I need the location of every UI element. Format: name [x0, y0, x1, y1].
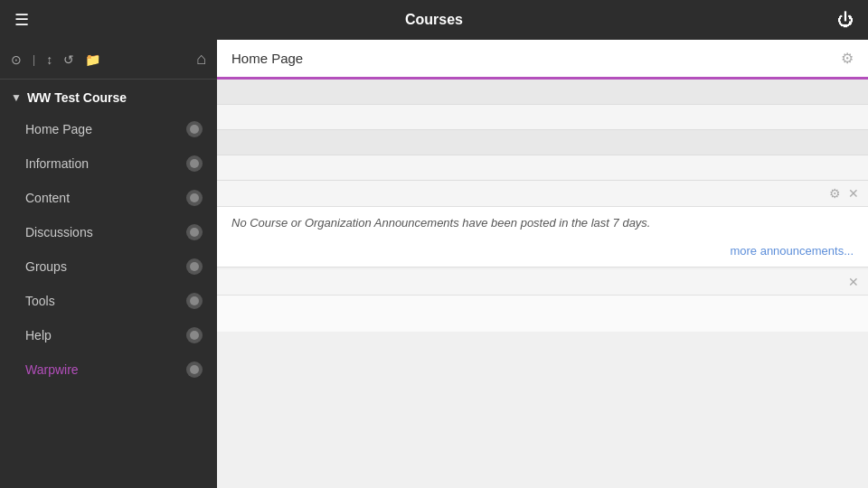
nav-circle	[186, 293, 203, 309]
bottom-widget-close-icon[interactable]: ✕	[848, 275, 859, 289]
sidebar-item-discussions[interactable]: Discussions	[0, 215, 217, 249]
nav-circle	[186, 361, 203, 378]
top-bar: ☰ Courses ⏻	[0, 0, 868, 40]
content-scroll: ⚙ ✕ No Course or Organization Announceme…	[217, 80, 868, 488]
sidebar-item-warpwire[interactable]: Warpwire	[0, 352, 217, 387]
nav-circle	[186, 258, 203, 275]
sidebar-item-tools[interactable]: Tools	[0, 284, 217, 318]
nav-circle	[186, 190, 203, 206]
course-title: WW Test Course	[27, 90, 127, 105]
content-header-title: Home Page	[231, 51, 303, 66]
more-announcements-link[interactable]: more announcements...	[730, 244, 854, 258]
widget-band-1	[217, 80, 868, 105]
sidebar-toolbar: ⊙ | ↕ ↺ 📁 ⌂	[0, 40, 217, 80]
nav-circle	[186, 224, 203, 240]
nav-circle	[186, 327, 203, 343]
widget-gear-icon[interactable]: ⚙	[829, 186, 841, 201]
content-header: Home Page ⚙	[217, 40, 868, 80]
sort-icon[interactable]: ↕	[46, 52, 52, 67]
announcements-message: No Course or Organization Announcements …	[231, 216, 650, 230]
sidebar-item-content[interactable]: Content	[0, 181, 217, 215]
power-icon[interactable]: ⏻	[837, 11, 854, 30]
main-container: ⊙ | ↕ ↺ 📁 ⌂ ▼ WW Test Course Home Page I…	[0, 40, 868, 488]
sidebar-item-homepage[interactable]: Home Page	[0, 112, 217, 146]
widget-close-icon[interactable]: ✕	[848, 186, 859, 201]
widget-band-4	[217, 155, 868, 181]
sidebar-item-label: Help	[25, 328, 52, 343]
sidebar-item-label: Groups	[25, 259, 67, 274]
widget-band-2	[217, 105, 868, 130]
sidebar-item-label: Content	[25, 191, 70, 205]
settings-icon[interactable]: ⚙	[841, 50, 854, 67]
folder-icon[interactable]: 📁	[85, 52, 100, 67]
page-title: Courses	[405, 12, 463, 28]
sidebar-item-help[interactable]: Help	[0, 318, 217, 352]
sidebar-item-label: Home Page	[25, 122, 92, 136]
announcements-widget: ⚙ ✕ No Course or Organization Announceme…	[217, 181, 868, 267]
widget-band-3	[217, 130, 868, 155]
refresh-icon[interactable]: ↺	[63, 52, 74, 67]
sidebar-item-label: Discussions	[25, 225, 93, 239]
content-area: Home Page ⚙ ⚙ ✕ No Course or Organizatio…	[217, 40, 868, 488]
sidebar: ⊙ | ↕ ↺ 📁 ⌂ ▼ WW Test Course Home Page I…	[0, 40, 217, 488]
clock-icon[interactable]: ⊙	[11, 52, 22, 67]
bottom-widget-body	[217, 296, 868, 332]
course-arrow-icon: ▼	[11, 91, 22, 104]
sidebar-item-label: Information	[25, 156, 89, 171]
hamburger-icon[interactable]: ☰	[14, 10, 29, 30]
announcements-footer: more announcements...	[217, 239, 868, 267]
nav-circle	[186, 121, 203, 137]
nav-circle	[186, 155, 203, 172]
course-header[interactable]: ▼ WW Test Course	[0, 80, 217, 112]
sidebar-item-groups[interactable]: Groups	[0, 249, 217, 284]
announcements-body: No Course or Organization Announcements …	[217, 207, 868, 239]
sidebar-item-information[interactable]: Information	[0, 146, 217, 181]
bottom-widget-header: ✕	[217, 269, 868, 296]
sidebar-item-label: Warpwire	[25, 362, 79, 377]
separator: |	[33, 53, 35, 66]
bottom-widget: ✕	[217, 269, 868, 332]
announcements-header: ⚙ ✕	[217, 181, 868, 207]
sidebar-item-label: Tools	[25, 294, 55, 308]
home-icon[interactable]: ⌂	[196, 50, 206, 69]
